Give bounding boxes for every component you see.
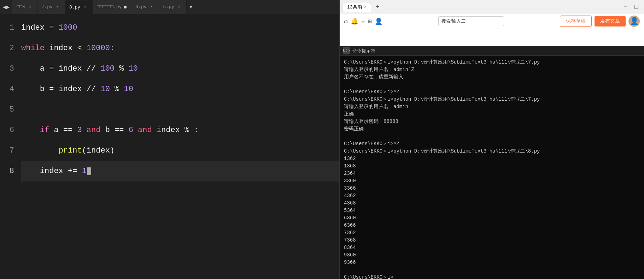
ln-2: 2 (4, 38, 14, 59)
code-token: b (21, 79, 49, 100)
save-draft-button[interactable]: 保存草稿 (560, 16, 592, 27)
user-icon[interactable]: 👤 (375, 17, 382, 25)
browser-tab-bar: 13条消 × + − □ (340, 0, 644, 14)
browser-tab-close-btn[interactable]: × (364, 5, 367, 10)
code-area: 1 2 3 4 5 6 7 8 index = 1000 while index… (0, 14, 339, 279)
code-token: a (54, 120, 63, 141)
browser-url-bar: ⌂ 🔔 ☆ ⊞ 👤 保存草稿 发布文章 👤 (340, 14, 644, 28)
bell-icon[interactable]: 🔔 (351, 17, 358, 25)
terminal-content[interactable]: C:\Users\EKKO＞i>python D:\云计算应用\SublimeT… (340, 56, 644, 279)
code-line-3: a = index // 100 % 10 (21, 59, 339, 79)
term-line-5: C:\Users\EKKO＞i>^Z (344, 88, 640, 96)
terminal-icon: C:\ (343, 47, 350, 54)
term-line-1: C:\Users\EKKO＞i>python D:\云计算应用\SublimeT… (344, 59, 640, 66)
code-line-2: while index < 10000 : (21, 38, 339, 59)
code-line-5 (21, 100, 339, 120)
tab-item-5[interactable]: 4.py × (131, 0, 159, 14)
line-numbers: 1 2 3 4 5 6 7 8 (0, 18, 18, 279)
code-token: and (87, 120, 105, 141)
code-line-8: index += 1 (21, 161, 339, 182)
term-line-4 (344, 81, 640, 88)
term-output-9366: 9366 (344, 259, 640, 266)
browser-active-tab[interactable]: 13条消 × (343, 2, 371, 12)
terminal-header: C:\ 命令提示符 (340, 46, 644, 56)
code-content[interactable]: index = 1000 while index < 10000 : a = i… (18, 18, 339, 279)
term-output-1362: 1362 (344, 155, 640, 162)
code-token: index (21, 161, 68, 182)
browser-new-tab-btn[interactable]: + (373, 2, 382, 12)
tab-label-6: 5.py (163, 4, 174, 10)
tab-close-3[interactable]: × (82, 4, 88, 10)
code-token: < (77, 38, 86, 59)
term-line-blank (344, 266, 640, 274)
code-token: while (21, 38, 49, 59)
tab-item-1[interactable]: □□8 × (12, 0, 37, 14)
term-output-6360: 6360 (344, 214, 640, 222)
code-token: = (49, 79, 58, 100)
term-line-3: 用户名不存在，请重新输入 (344, 73, 640, 81)
cursor (87, 167, 91, 175)
publish-button[interactable]: 发布文章 (595, 16, 626, 26)
term-output-4362: 4362 (344, 192, 640, 200)
code-token: 10000 (87, 38, 110, 59)
code-token (21, 120, 40, 141)
code-token: 3 (77, 120, 86, 141)
star-icon[interactable]: ☆ (361, 17, 365, 25)
ln-1: 1 (4, 18, 14, 38)
tab-overflow-btn[interactable]: ▼ (187, 4, 195, 10)
tab-close-5[interactable]: × (149, 4, 154, 10)
url-bar-input[interactable] (438, 16, 504, 26)
code-token: index (59, 79, 87, 100)
terminal-title: 命令提示符 (352, 48, 375, 54)
term-line-6: C:\Users\EKKO＞i>python D:\云计算应用\SublimeT… (344, 96, 640, 103)
code-token: 6 (129, 120, 138, 141)
term-output-9360: 9360 (344, 251, 640, 259)
browser-tab-label: 13条消 (347, 4, 362, 10)
ln-4: 4 (4, 79, 14, 100)
term-output-8364: 8364 (344, 244, 640, 251)
tab-bar: ◀▶ □□8 × 7.py × 8.py × □□□□□□.py 4.py × … (0, 0, 339, 14)
code-token: print (59, 141, 82, 161)
code-token (21, 141, 59, 161)
term-output-6366: 6366 (344, 222, 640, 229)
tab-item-6[interactable]: 5.py × (159, 0, 187, 14)
code-line-4: b = index // 10 % 10 (21, 79, 339, 100)
cmd-icon: C:\ (343, 48, 351, 53)
tab-item-2[interactable]: 7.py × (37, 0, 65, 14)
ln-5: 5 (4, 100, 14, 120)
home-icon[interactable]: ⌂ (344, 18, 348, 25)
code-token: 100 (100, 59, 119, 79)
tab-close-1[interactable]: × (27, 4, 33, 10)
term-line-8: 正确 (344, 111, 640, 118)
code-token: // (87, 59, 101, 79)
code-token: if (40, 120, 54, 141)
tab-close-6[interactable]: × (176, 4, 182, 10)
tab-close-2[interactable]: × (55, 4, 60, 10)
tab-item-3[interactable]: 8.py × (65, 0, 93, 14)
code-token: 1 (82, 161, 87, 182)
avatar[interactable]: 👤 (628, 16, 640, 27)
tab-label-4: □□□□□□.py (97, 4, 122, 10)
editor-panel: ◀▶ □□8 × 7.py × 8.py × □□□□□□.py 4.py × … (0, 0, 339, 279)
tab-item-4[interactable]: □□□□□□.py (93, 0, 131, 14)
ln-3: 3 (4, 59, 14, 79)
term-output-3366: 3366 (344, 185, 640, 192)
tab-nav-left[interactable]: ◀▶ (0, 0, 12, 14)
code-token: index (49, 38, 77, 59)
tab-dot-4 (124, 6, 127, 8)
term-line-11 (344, 133, 640, 140)
code-token: and (138, 120, 157, 141)
code-token: == (63, 120, 77, 141)
term-output-5364: 5364 (344, 207, 640, 214)
term-output-1368: 1368 (344, 162, 640, 170)
code-line-1: index = 1000 (21, 18, 339, 38)
browser-minimize-btn[interactable]: − (621, 4, 630, 11)
grid-icon[interactable]: ⊞ (368, 17, 372, 25)
code-token: = (49, 18, 58, 38)
browser-bar: 13条消 × + − □ ⌂ 🔔 ☆ ⊞ 👤 保存草稿 发布文章 👤 (340, 0, 644, 46)
term-line-13: C:\Users\EKKO＞i>python D:\云计算应用\SublimeT… (344, 148, 640, 155)
term-output-3360: 3360 (344, 177, 640, 185)
right-panel: 13条消 × + − □ ⌂ 🔔 ☆ ⊞ 👤 保存草稿 发布文章 👤 (339, 0, 644, 279)
code-token: index (157, 120, 185, 141)
browser-maximize-btn[interactable]: □ (632, 4, 641, 11)
